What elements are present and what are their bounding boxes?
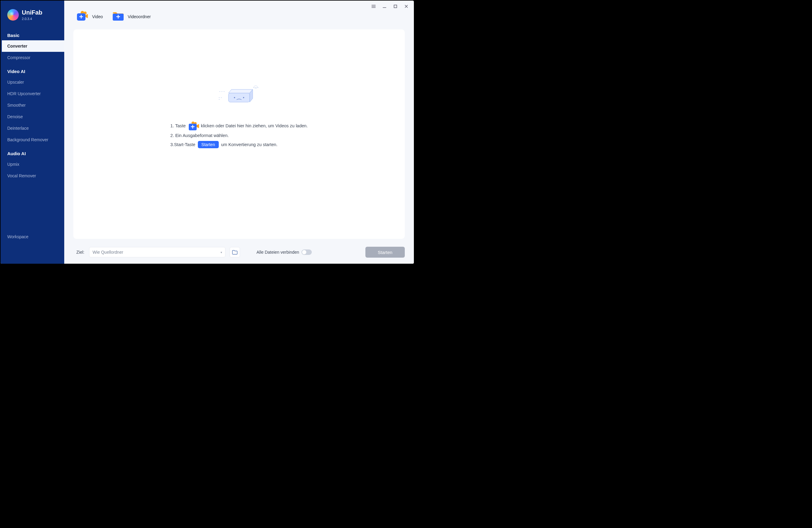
sidebar-section-basic: Basic [1,27,64,40]
sidebar-item-converter[interactable]: Converter [1,40,64,52]
sidebar-item-vocal-remover[interactable]: Vocal Remover [1,170,64,182]
start-button-label: Starten [378,250,392,255]
chevron-down-icon: ▾ [221,251,222,254]
add-video-icon [76,11,88,22]
sidebar-item-label: Denoise [7,114,23,119]
merge-files-control: Alle Dateien verbinden [256,249,312,255]
start-pill: Starten [198,141,219,148]
sidebar-item-label: Upscaler [7,80,24,85]
instruction-text: um Konvertierung zu starten. [221,142,277,147]
brand-version: 2.0.3.4 [22,17,42,20]
instruction-step-3: 3.Start-Taste Starten um Konvertierung z… [170,141,307,148]
minimize-button[interactable] [379,2,390,10]
sidebar-item-background-remover[interactable]: Background Remover [1,134,64,145]
maximize-icon [393,4,397,9]
sidebar-item-label: Deinterlace [7,126,29,131]
menu-button[interactable] [368,2,379,10]
sidebar-item-workspace[interactable]: Workspace [1,231,64,242]
sidebar-item-denoise[interactable]: Denoise [1,111,64,123]
sidebar-item-upmix[interactable]: Upmix [1,158,64,170]
add-folder-label: Videoordner [128,14,151,19]
add-folder-icon [112,11,124,22]
svg-point-10 [254,86,258,88]
target-folder-select[interactable]: Wie Quellordner ▾ [89,247,226,257]
toolbar: Video Videoordner [64,1,414,26]
add-video-mini-icon [188,122,199,130]
svg-point-8 [234,97,235,98]
sidebar-item-smoother[interactable]: Smoother [1,99,64,111]
sidebar-item-label: Workspace [7,234,28,239]
merge-files-label: Alle Dateien verbinden [256,250,299,255]
instruction-text: 2. Ein Ausgabeformat wählen. [170,133,229,138]
brand-logo-icon [7,9,19,20]
minimize-icon [382,4,387,9]
window-controls [368,2,411,10]
hamburger-icon [372,4,376,9]
instruction-list: 1. Taste klicken oder Datei hier hin zie… [170,118,307,151]
folder-icon [232,250,237,255]
add-video-button[interactable]: Video [76,11,103,22]
sidebar-section-video-ai: Video AI [1,63,64,76]
svg-rect-5 [229,93,250,102]
sidebar-item-label: HDR Upconverter [7,91,41,96]
instruction-text: klicken oder Datei hier hin ziehen, um V… [201,123,308,128]
close-button[interactable] [401,2,411,10]
sidebar-item-deinterlace[interactable]: Deinterlace [1,123,64,134]
close-icon [404,4,408,9]
merge-files-toggle[interactable] [302,249,312,255]
brand-name: UniFab [22,9,42,16]
add-video-label: Video [92,14,103,19]
sidebar-section-audio-ai: Audio AI [1,145,64,158]
sidebar-item-compressor[interactable]: Compressor [1,52,64,63]
sidebar: UniFab 2.0.3.4 Basic Converter Compresso… [1,1,64,264]
start-button[interactable]: Starten [365,247,405,258]
instruction-step-1: 1. Taste klicken oder Datei hier hin zie… [170,122,307,130]
add-folder-button[interactable]: Videoordner [112,11,151,22]
maximize-button[interactable] [390,2,401,10]
content-panel[interactable]: 1. Taste klicken oder Datei hier hin zie… [73,29,405,239]
target-folder-value: Wie Quellordner [92,250,123,255]
svg-point-9 [243,97,244,98]
sidebar-item-hdr-upconverter[interactable]: HDR Upconverter [1,88,64,99]
brand: UniFab 2.0.3.4 [1,6,64,27]
target-label: Ziel: [76,250,84,255]
sidebar-item-label: Smoother [7,103,26,108]
empty-box-illustration-icon [216,81,262,105]
sidebar-item-label: Vocal Remover [7,173,36,178]
app-window: UniFab 2.0.3.4 Basic Converter Compresso… [0,0,415,264]
brand-text: UniFab 2.0.3.4 [22,9,42,20]
sidebar-item-label: Upmix [7,162,19,167]
instruction-text: 3.Start-Taste [170,142,195,147]
main: Video Videoordner [64,1,414,264]
sidebar-item-upscaler[interactable]: Upscaler [1,76,64,88]
browse-folder-button[interactable] [230,247,240,257]
instruction-text: 1. Taste [170,123,186,128]
svg-marker-6 [229,89,253,93]
sidebar-item-label: Background Remover [7,137,48,142]
bottombar: Ziel: Wie Quellordner ▾ Alle Dateien ver… [64,243,414,264]
sidebar-item-label: Converter [7,44,27,48]
instruction-step-2: 2. Ein Ausgabeformat wählen. [170,133,307,138]
svg-rect-0 [394,5,397,8]
sidebar-item-label: Compressor [7,55,30,60]
